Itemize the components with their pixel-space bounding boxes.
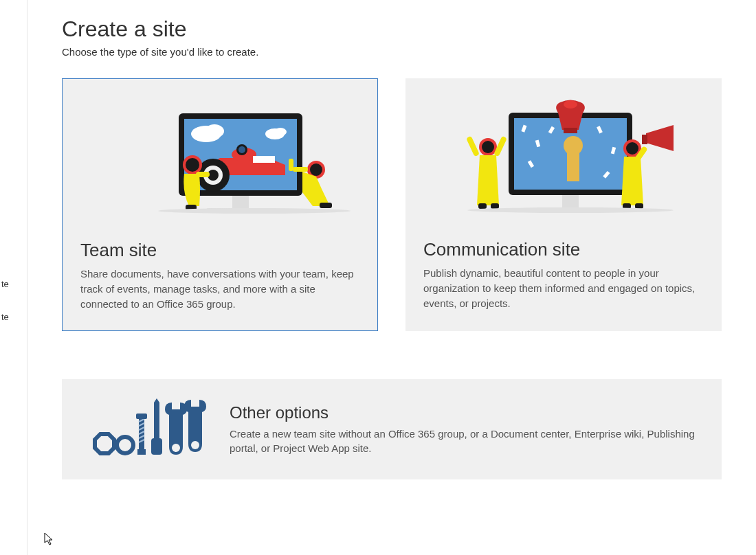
svg-point-5 [205,124,224,138]
tools-icon [82,398,206,460]
svg-rect-45 [491,203,499,209]
team-site-illustration [80,93,359,230]
nav-fragment[interactable]: te [0,276,10,292]
svg-point-54 [117,437,133,453]
team-site-card-description: Share documents, have conversations with… [80,267,359,311]
svg-rect-21 [293,167,308,172]
svg-point-10 [238,146,245,153]
left-sidebar-edge: te te [0,0,27,555]
mouse-cursor-icon [44,532,55,546]
svg-rect-49 [642,135,647,144]
team-site-card-title: Team site [80,240,359,261]
communication-site-illustration [423,92,704,229]
svg-marker-53 [95,434,114,453]
svg-rect-39 [564,128,577,133]
svg-rect-51 [635,203,643,209]
svg-point-62 [191,441,199,449]
svg-rect-58 [154,403,159,438]
svg-rect-23 [320,203,332,208]
page-title: Create a site [62,16,729,42]
svg-point-7 [274,128,287,136]
svg-rect-17 [196,172,210,177]
other-options-title: Other options [230,403,701,422]
nav-fragment[interactable]: te [0,309,10,325]
site-type-cards-row: Team site Share documents, have conversa… [62,78,729,331]
communication-site-card-description: Publish dynamic, beautiful content to pe… [423,266,704,310]
svg-point-16 [186,158,199,172]
svg-rect-59 [151,438,162,455]
svg-point-38 [564,100,577,109]
svg-marker-60 [154,398,159,403]
other-options-description: Create a new team site without an Office… [230,427,701,457]
svg-rect-57 [137,449,146,455]
svg-point-24 [158,208,351,214]
page-subtitle: Choose the type of site you'd like to cr… [62,46,729,58]
main-content: Create a site Choose the type of site yo… [62,16,729,479]
svg-point-37 [564,136,583,155]
communication-site-card[interactable]: Communication site Publish dynamic, beau… [405,78,722,331]
other-options-text: Other options Create a new team site wit… [230,403,701,457]
svg-point-41 [482,141,494,153]
svg-rect-22 [289,159,293,171]
svg-rect-42 [466,136,480,157]
svg-point-52 [467,207,674,213]
svg-rect-11 [253,156,275,163]
other-options-card[interactable]: Other options Create a new team site wit… [62,379,722,479]
svg-rect-2 [232,196,249,208]
svg-rect-56 [136,414,147,419]
svg-rect-44 [478,203,487,209]
svg-rect-27 [562,195,579,207]
team-site-card[interactable]: Team site Share documents, have conversa… [62,78,378,331]
svg-point-61 [172,444,180,452]
svg-point-47 [626,142,638,155]
svg-point-20 [310,163,322,176]
communication-site-card-title: Communication site [423,239,704,260]
